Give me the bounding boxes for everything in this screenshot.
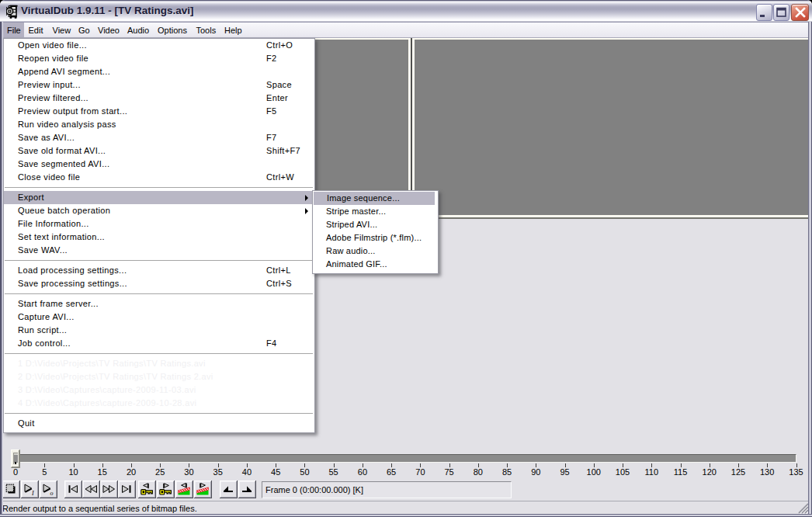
svg-text:I: I (31, 490, 34, 496)
svg-text:o: o (50, 490, 54, 495)
